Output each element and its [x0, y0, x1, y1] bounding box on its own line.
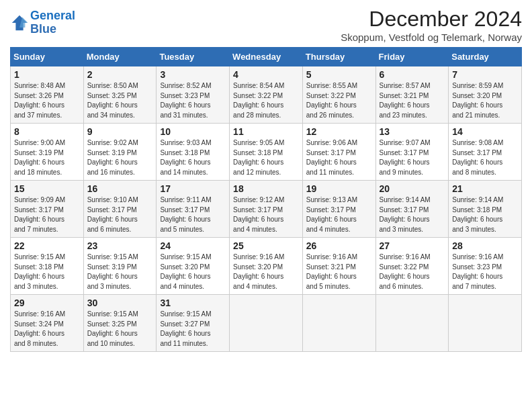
day-number: 16 — [87, 183, 153, 194]
calendar-cell: 11Sunrise: 9:05 AM Sunset: 3:18 PM Dayli… — [230, 124, 303, 181]
day-info: Sunrise: 8:54 AM Sunset: 3:22 PM Dayligh… — [233, 81, 299, 120]
day-info: Sunrise: 9:15 AM Sunset: 3:25 PM Dayligh… — [87, 310, 153, 349]
day-info: Sunrise: 9:16 AM Sunset: 3:24 PM Dayligh… — [14, 310, 80, 349]
dow-header: Saturday — [449, 48, 522, 66]
day-info: Sunrise: 9:15 AM Sunset: 3:18 PM Dayligh… — [14, 253, 80, 291]
calendar-cell: 31Sunrise: 9:15 AM Sunset: 3:27 PM Dayli… — [157, 295, 230, 352]
calendar-cell: 24Sunrise: 9:15 AM Sunset: 3:20 PM Dayli… — [157, 238, 230, 295]
day-number: 6 — [380, 69, 445, 80]
calendar-cell: 3Sunrise: 8:52 AM Sunset: 3:23 PM Daylig… — [157, 66, 230, 124]
calendar-cell: 9Sunrise: 9:02 AM Sunset: 3:19 PM Daylig… — [83, 124, 157, 181]
day-number: 7 — [452, 69, 518, 80]
day-number: 27 — [380, 240, 445, 251]
calendar-cell: 14Sunrise: 9:08 AM Sunset: 3:17 PM Dayli… — [449, 124, 522, 181]
calendar-week-row: 22Sunrise: 9:15 AM Sunset: 3:18 PM Dayli… — [11, 238, 522, 295]
calendar-cell: 5Sunrise: 8:55 AM Sunset: 3:22 PM Daylig… — [302, 66, 375, 124]
day-number: 20 — [380, 183, 445, 194]
calendar-week-row: 15Sunrise: 9:09 AM Sunset: 3:17 PM Dayli… — [11, 181, 522, 238]
calendar-cell: 22Sunrise: 9:15 AM Sunset: 3:18 PM Dayli… — [11, 238, 84, 295]
header: GeneralBlue December 2024 Skoppum, Vestf… — [10, 7, 522, 43]
day-number: 22 — [14, 240, 80, 251]
day-info: Sunrise: 9:15 AM Sunset: 3:27 PM Dayligh… — [160, 310, 226, 349]
day-info: Sunrise: 9:16 AM Sunset: 3:21 PM Dayligh… — [306, 253, 372, 291]
day-number: 3 — [160, 69, 226, 80]
day-info: Sunrise: 8:50 AM Sunset: 3:25 PM Dayligh… — [87, 81, 153, 120]
day-info: Sunrise: 8:48 AM Sunset: 3:26 PM Dayligh… — [14, 81, 80, 120]
dow-header: Friday — [375, 48, 449, 66]
calendar-cell: 20Sunrise: 9:14 AM Sunset: 3:17 PM Dayli… — [375, 181, 449, 238]
day-info: Sunrise: 9:14 AM Sunset: 3:18 PM Dayligh… — [452, 195, 518, 234]
calendar-cell: 1Sunrise: 8:48 AM Sunset: 3:26 PM Daylig… — [11, 66, 84, 124]
day-number: 13 — [380, 126, 445, 137]
day-number: 28 — [452, 240, 518, 251]
day-number: 9 — [87, 126, 153, 137]
day-info: Sunrise: 9:12 AM Sunset: 3:17 PM Dayligh… — [233, 195, 299, 234]
day-number: 2 — [87, 69, 153, 80]
calendar-cell: 10Sunrise: 9:03 AM Sunset: 3:18 PM Dayli… — [157, 124, 230, 181]
day-number: 29 — [14, 298, 80, 308]
day-number: 4 — [233, 69, 299, 80]
calendar-cell: 4Sunrise: 8:54 AM Sunset: 3:22 PM Daylig… — [230, 66, 303, 124]
calendar-cell: 6Sunrise: 8:57 AM Sunset: 3:21 PM Daylig… — [375, 66, 449, 124]
calendar-cell: 16Sunrise: 9:10 AM Sunset: 3:17 PM Dayli… — [83, 181, 157, 238]
day-number: 18 — [233, 183, 299, 194]
title-area: December 2024 Skoppum, Vestfold og Telem… — [341, 7, 522, 43]
calendar-cell: 7Sunrise: 8:59 AM Sunset: 3:20 PM Daylig… — [449, 66, 522, 124]
day-info: Sunrise: 9:00 AM Sunset: 3:19 PM Dayligh… — [14, 138, 80, 177]
location-title: Skoppum, Vestfold og Telemark, Norway — [341, 32, 522, 43]
dow-header: Wednesday — [230, 48, 303, 66]
day-info: Sunrise: 8:59 AM Sunset: 3:20 PM Dayligh… — [452, 81, 518, 120]
day-info: Sunrise: 8:57 AM Sunset: 3:21 PM Dayligh… — [380, 81, 445, 120]
day-number: 8 — [14, 126, 80, 137]
calendar-cell: 28Sunrise: 9:16 AM Sunset: 3:23 PM Dayli… — [449, 238, 522, 295]
calendar-cell: 30Sunrise: 9:15 AM Sunset: 3:25 PM Dayli… — [83, 295, 157, 352]
calendar-cell: 19Sunrise: 9:13 AM Sunset: 3:17 PM Dayli… — [302, 181, 375, 238]
calendar-cell — [449, 295, 522, 352]
calendar-cell: 29Sunrise: 9:16 AM Sunset: 3:24 PM Dayli… — [11, 295, 84, 352]
calendar-cell: 8Sunrise: 9:00 AM Sunset: 3:19 PM Daylig… — [11, 124, 84, 181]
day-number: 24 — [160, 240, 226, 251]
dow-header: Monday — [83, 48, 157, 66]
day-info: Sunrise: 9:16 AM Sunset: 3:23 PM Dayligh… — [452, 253, 518, 291]
calendar-cell: 23Sunrise: 9:15 AM Sunset: 3:19 PM Dayli… — [83, 238, 157, 295]
dow-header: Tuesday — [157, 48, 230, 66]
day-number: 1 — [14, 69, 80, 80]
calendar-cell: 15Sunrise: 9:09 AM Sunset: 3:17 PM Dayli… — [11, 181, 84, 238]
day-info: Sunrise: 9:09 AM Sunset: 3:17 PM Dayligh… — [14, 195, 80, 234]
days-of-week-row: SundayMondayTuesdayWednesdayThursdayFrid… — [11, 48, 522, 66]
month-title: December 2024 — [341, 7, 522, 32]
logo: GeneralBlue — [10, 9, 75, 36]
calendar-cell — [375, 295, 449, 352]
day-number: 31 — [160, 298, 226, 308]
calendar-cell: 26Sunrise: 9:16 AM Sunset: 3:21 PM Dayli… — [302, 238, 375, 295]
calendar-table: SundayMondayTuesdayWednesdayThursdayFrid… — [10, 47, 522, 352]
day-number: 15 — [14, 183, 80, 194]
day-number: 19 — [306, 183, 372, 194]
day-info: Sunrise: 9:06 AM Sunset: 3:17 PM Dayligh… — [306, 138, 372, 177]
day-info: Sunrise: 9:11 AM Sunset: 3:17 PM Dayligh… — [160, 195, 226, 234]
day-info: Sunrise: 8:55 AM Sunset: 3:22 PM Dayligh… — [306, 81, 372, 120]
day-info: Sunrise: 9:14 AM Sunset: 3:17 PM Dayligh… — [380, 195, 445, 234]
calendar-week-row: 1Sunrise: 8:48 AM Sunset: 3:26 PM Daylig… — [11, 66, 522, 124]
calendar-week-row: 8Sunrise: 9:00 AM Sunset: 3:19 PM Daylig… — [11, 124, 522, 181]
calendar-cell: 2Sunrise: 8:50 AM Sunset: 3:25 PM Daylig… — [83, 66, 157, 124]
day-number: 25 — [233, 240, 299, 251]
calendar-cell: 21Sunrise: 9:14 AM Sunset: 3:18 PM Dayli… — [449, 181, 522, 238]
day-number: 10 — [160, 126, 226, 137]
day-info: Sunrise: 9:15 AM Sunset: 3:20 PM Dayligh… — [160, 253, 226, 291]
day-info: Sunrise: 9:02 AM Sunset: 3:19 PM Dayligh… — [87, 138, 153, 177]
calendar-cell: 12Sunrise: 9:06 AM Sunset: 3:17 PM Dayli… — [302, 124, 375, 181]
day-number: 14 — [452, 126, 518, 137]
day-info: Sunrise: 9:16 AM Sunset: 3:20 PM Dayligh… — [233, 253, 299, 291]
day-info: Sunrise: 9:15 AM Sunset: 3:19 PM Dayligh… — [87, 253, 153, 291]
calendar-cell — [302, 295, 375, 352]
day-info: Sunrise: 8:52 AM Sunset: 3:23 PM Dayligh… — [160, 81, 226, 120]
calendar-cell: 27Sunrise: 9:16 AM Sunset: 3:22 PM Dayli… — [375, 238, 449, 295]
dow-header: Thursday — [302, 48, 375, 66]
day-number: 21 — [452, 183, 518, 194]
day-number: 30 — [87, 298, 153, 308]
logo-name: GeneralBlue — [30, 9, 75, 36]
calendar-cell — [230, 295, 303, 352]
day-info: Sunrise: 9:08 AM Sunset: 3:17 PM Dayligh… — [452, 138, 518, 177]
calendar-cell: 25Sunrise: 9:16 AM Sunset: 3:20 PM Dayli… — [230, 238, 303, 295]
